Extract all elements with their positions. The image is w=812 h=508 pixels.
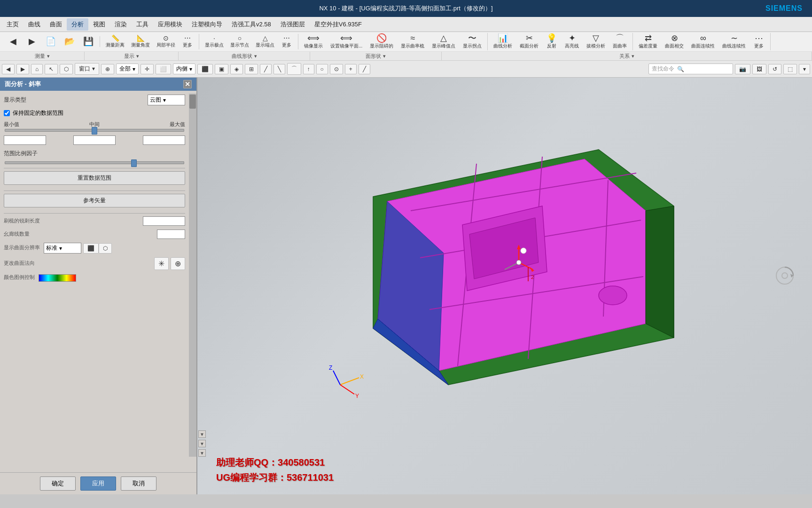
sec-snap1[interactable]: 📷 xyxy=(735,64,750,74)
tb-set-mirror-plane[interactable]: ⟺ 设置镜像平面... xyxy=(328,33,365,50)
menu-mold[interactable]: 注塑模向导 xyxy=(187,18,227,31)
ok-button[interactable]: 确定 xyxy=(40,476,76,491)
menu-render[interactable]: 渲染 xyxy=(110,18,132,31)
tb-deviation[interactable]: ⇄ 偏差度量 xyxy=(636,33,660,50)
menu-view[interactable]: 视图 xyxy=(88,18,110,31)
display-type-select[interactable]: 云图 ▾ xyxy=(148,95,185,105)
expand-arrow-1[interactable]: ▼ xyxy=(198,430,206,438)
tb-forward[interactable]: ▶ xyxy=(23,36,40,47)
sec-select-type[interactable]: ⬡ xyxy=(60,64,73,74)
cancel-button[interactable]: 取消 xyxy=(121,476,156,491)
display-resolution-select[interactable]: 标准 ▾ xyxy=(44,243,81,254)
sec-line2[interactable]: ╲ xyxy=(273,64,285,74)
menu-haoqiang[interactable]: 浩强工具v2.58 xyxy=(227,18,276,31)
isochore-count-input[interactable]: 8 xyxy=(157,230,185,239)
tb-mirror-display[interactable]: ⟺ 镜像显示 xyxy=(301,33,326,50)
menu-appmodule[interactable]: 应用模块 xyxy=(153,18,187,31)
tb-show-inflection[interactable]: 〜 显示拐点 xyxy=(460,33,484,50)
crest-length-input[interactable]: 25.4000 xyxy=(143,216,185,226)
tb-label-face-shape[interactable]: 面形状 ▾ xyxy=(310,52,442,60)
scale-slider-thumb[interactable] xyxy=(131,159,137,167)
tb-show-curvature[interactable]: ≈ 显示曲率梳 xyxy=(398,33,427,50)
tb-more-show[interactable]: ⋯ 更多 xyxy=(278,34,295,49)
reference-vector-button[interactable]: 参考矢量 xyxy=(4,194,185,207)
tb-local-radius[interactable]: ⊙ 局部半径 xyxy=(154,34,178,49)
tb-measure-angle[interactable]: 📐 测量角度 xyxy=(128,34,153,49)
tb-measure-distance[interactable]: 📏 测量距离 xyxy=(103,34,127,49)
sec-plus[interactable]: + xyxy=(345,64,357,74)
select-mode-dropdown[interactable]: 内侧 ▾ xyxy=(173,64,195,74)
scale-slider-track[interactable] xyxy=(5,161,184,164)
sec-slash[interactable]: ╱ xyxy=(359,64,370,74)
tb-surface-continuity[interactable]: ∞ 曲面连续性 xyxy=(688,33,718,50)
sec-circle2[interactable]: ⊙ xyxy=(330,64,343,74)
tb-show-poles[interactable]: · 显示极点 xyxy=(202,34,226,49)
menu-curve[interactable]: 曲线 xyxy=(23,18,45,31)
range-slider-thumb[interactable] xyxy=(92,127,97,135)
sec-arc[interactable]: ⌒ xyxy=(287,63,301,75)
select-all-dropdown[interactable]: 全部 ▾ xyxy=(116,64,139,74)
expand-arrow-3[interactable]: ▼ xyxy=(198,449,206,457)
tb-new[interactable]: 📄 xyxy=(42,36,59,47)
tb-draft-analysis[interactable]: ▽ 拔模分析 xyxy=(584,33,608,50)
rotate-handle-icon[interactable] xyxy=(774,265,793,284)
tb-open[interactable]: 📂 xyxy=(61,36,78,47)
tb-section-analysis[interactable]: ✂ 截面分析 xyxy=(517,33,541,50)
sec-snap2[interactable]: 🖼 xyxy=(752,64,766,74)
menu-plugin[interactable]: 星空外挂V6.935F xyxy=(310,18,367,31)
tb-highlight[interactable]: ✦ 高亮线 xyxy=(562,33,582,50)
reset-button[interactable]: 重置数据范围 xyxy=(4,171,185,185)
sec-snap-on[interactable]: ⊕ xyxy=(101,64,114,74)
sec-line[interactable]: ╱ xyxy=(260,64,272,74)
sec-nav-forward[interactable]: ▶ xyxy=(16,64,29,74)
tb-save[interactable]: 💾 xyxy=(80,36,97,47)
fixed-range-checkbox[interactable] xyxy=(4,110,10,116)
tb-label-display[interactable]: 显示 ▾ xyxy=(85,52,179,60)
dialog-scrollbar[interactable] xyxy=(189,94,196,457)
sec-3d-view2[interactable]: ◈ xyxy=(230,64,243,74)
search-icon[interactable]: 🔍 xyxy=(677,66,684,72)
tb-show-blocked[interactable]: 🚫 显示阻碍的 xyxy=(367,33,396,50)
sec-home[interactable]: ⌂ xyxy=(31,64,43,74)
search-box[interactable]: 查找命令 🔍 xyxy=(648,64,733,74)
tb-surface-intersect[interactable]: ⊗ 曲面相交 xyxy=(662,33,687,50)
dialog-scroll-thumb[interactable] xyxy=(189,95,196,109)
resolution-icon2[interactable]: ⬡ xyxy=(99,243,112,254)
tb-label-relations[interactable]: 关系 ▾ xyxy=(442,52,812,60)
menu-tools[interactable]: 工具 xyxy=(132,18,153,31)
tb-curve-analysis[interactable]: 📊 曲线分析 xyxy=(491,33,515,50)
tb-show-nodes[interactable]: ○ 显示节点 xyxy=(227,34,252,49)
sec-dropdown-end[interactable]: ▾ xyxy=(799,64,810,74)
resolution-icon1[interactable]: ⬛ xyxy=(83,243,99,254)
menu-analysis[interactable]: 分析 xyxy=(67,18,88,31)
apply-button[interactable]: 应用 xyxy=(80,476,116,491)
sec-cube[interactable]: ⬛ xyxy=(197,64,213,74)
tb-face-curvature[interactable]: ⌒ 面曲率 xyxy=(610,33,630,50)
sec-window-menu[interactable]: 窗口 ▾ xyxy=(75,63,99,75)
sec-arrow-up[interactable]: ↑ xyxy=(303,64,314,74)
sec-pointer[interactable]: ↖ xyxy=(45,64,58,74)
sec-cross[interactable]: ✛ xyxy=(141,64,154,74)
sec-snap-grid[interactable]: ⊞ xyxy=(245,64,258,74)
range-mid-input[interactable]: 0.0000 xyxy=(73,135,116,145)
tb-label-measure[interactable]: 测量 ▾ xyxy=(0,52,85,60)
sec-grid2[interactable]: ⬚ xyxy=(783,64,797,74)
normal-icon2[interactable]: ⊕ xyxy=(171,257,185,270)
menu-surface[interactable]: 曲面 xyxy=(45,18,67,31)
sec-circle1[interactable]: ○ xyxy=(316,64,328,74)
tb-more-measure[interactable]: ⋯ 更多 xyxy=(179,34,196,49)
menu-home[interactable]: 主页 xyxy=(2,18,23,31)
expand-arrow-2[interactable]: ▼ xyxy=(198,440,206,447)
normal-icon1[interactable]: ✳ xyxy=(154,257,169,270)
tb-show-peak[interactable]: △ 显示峰值点 xyxy=(429,33,458,50)
range-min-input[interactable]: -0.0100 xyxy=(4,135,46,145)
tb-curve-continuity[interactable]: ∼ 曲线连续性 xyxy=(719,33,749,50)
sec-select-box[interactable]: ⬜ xyxy=(156,64,171,74)
tb-show-endpoints[interactable]: △ 显示端点 xyxy=(253,34,277,49)
range-slider-track[interactable] xyxy=(5,129,184,132)
tb-more-relations[interactable]: ⋯ 更多 xyxy=(750,33,767,50)
range-max-input[interactable]: 0.0100 xyxy=(143,135,185,145)
menu-layer[interactable]: 浩强图层 xyxy=(276,18,310,31)
sec-refresh[interactable]: ↺ xyxy=(768,64,781,74)
tb-reflection[interactable]: 💡 反射 xyxy=(543,33,560,50)
